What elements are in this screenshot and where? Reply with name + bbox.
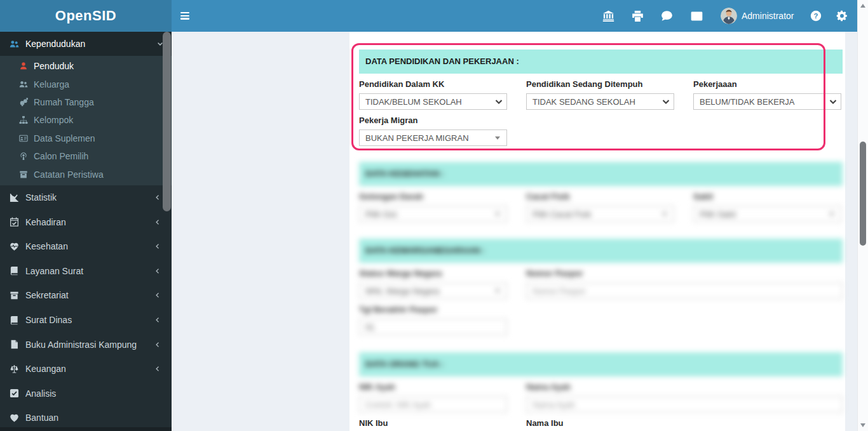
triangle-down-icon	[495, 213, 500, 216]
chevron-left-icon	[154, 242, 161, 250]
sidebar-item-surat-dinas[interactable]: Surat Dinas	[0, 308, 172, 333]
gear-icon[interactable]	[836, 10, 848, 22]
chevron-down-icon	[494, 96, 504, 107]
field-nama-ibu: Nama Ibu	[526, 413, 843, 431]
nomor-paspor-input[interactable]	[526, 282, 843, 299]
field-label: Pekerja Migran	[359, 116, 507, 125]
chevron-left-icon	[154, 291, 161, 299]
top-navbar: OpenSID Administrator ?	[0, 0, 857, 32]
select-value: TIDAK SEDANG SEKOLAH	[532, 97, 635, 107]
sidebar-item-label: Keluarga	[34, 79, 69, 90]
warga-negara-select[interactable]: WNI, Warga Negara	[359, 282, 507, 299]
sidebar-item-kehadiran[interactable]: Kehadiran	[0, 209, 172, 234]
sidebar-item-keluarga[interactable]: Keluarga	[0, 75, 172, 93]
question-circle-icon[interactable]: ?	[810, 10, 822, 22]
sidebar-item-rumah-tangga[interactable]: Rumah Tangga	[0, 93, 172, 111]
sidebar-item-calon-pemilih[interactable]: Calon Pemilih	[0, 147, 172, 165]
sidebar-item-bantuan[interactable]: Bantuan	[0, 406, 172, 430]
sidebar-group-label: Kependudukan	[25, 39, 85, 49]
printer-icon[interactable]	[632, 10, 644, 22]
page-scrollbar-thumb[interactable]	[860, 142, 866, 246]
chat-icon[interactable]	[661, 10, 673, 22]
line-chart-icon	[10, 193, 19, 202]
sidebar-item-buku-administrasi-kampung[interactable]: Buku Administrasi Kampung	[0, 332, 172, 357]
sidebar-item-label: Penduduk	[34, 61, 74, 71]
sidebar-item-label: Catatan Peristiwa	[34, 169, 104, 180]
sidebar-item-label: Kehadiran	[25, 217, 66, 227]
sidebar-item-label: Surat Dinas	[25, 315, 72, 325]
triangle-down-icon	[662, 213, 667, 216]
sidebar-item-label: Keuangan	[25, 364, 66, 374]
sidebar-item-label: Calon Pemilih	[34, 151, 88, 161]
user-name[interactable]: Administrator	[742, 0, 794, 32]
sidebar-item-penduduk[interactable]: Penduduk	[0, 57, 172, 75]
sidebar-item-kesehatan[interactable]: Kesehatan	[0, 234, 172, 259]
sidebar-item-kelompok[interactable]: Kelompok	[0, 111, 172, 129]
section-data-pendidikan: DATA PENDIDIKAN DAN PEKERJAAN : Pendidik…	[359, 50, 843, 146]
field-golongan-darah: Golongan Darah Pilih Gol.	[359, 186, 507, 222]
field-nama-ayah: Nama Ayah	[526, 376, 843, 413]
sidebar-item-layanan-surat[interactable]: Layanan Surat	[0, 259, 172, 284]
select-value: BUKAN PEKERJA MIGRAN	[365, 133, 469, 143]
pendidikan-sedang-select[interactable]: TIDAK SEDANG SEKOLAH	[526, 93, 674, 110]
scroll-up-arrow-icon[interactable]	[860, 4, 865, 8]
field-warga-negara: Status Warga Negara WNI, Warga Negara	[359, 263, 507, 299]
field-label: Pendidikan Sedang Ditempuh	[526, 79, 674, 89]
sidebar: Kependudukan Penduduk Keluarga Rumah Tan…	[0, 32, 172, 431]
id-card-icon	[19, 134, 28, 143]
user-icon	[19, 62, 28, 70]
sidebar-item-analisis[interactable]: Analisis	[0, 381, 172, 406]
field-pekerja-migran: Pekerja Migran BUKAN PEKERJA MIGRAN	[359, 110, 507, 146]
sidebar-item-kependudukan[interactable]: Kependudukan	[0, 32, 172, 56]
sidebar-item-label: Buku Administrasi Kampung	[25, 340, 137, 350]
heart-icon	[10, 413, 19, 423]
pekerja-migran-select[interactable]: BUKAN PEKERJA MIGRAN	[359, 129, 507, 146]
tgl-paspor-input[interactable]	[359, 319, 507, 335]
hamburger-icon[interactable]	[180, 12, 189, 20]
bank-icon[interactable]	[602, 10, 614, 22]
sidebar-item-label: Kesehatan	[25, 241, 68, 251]
mail-icon[interactable]	[691, 10, 703, 22]
section-header: DATA ORANG TUA :	[359, 352, 843, 376]
form-card: DATA PENDIDIKAN DAN PEKERJAAN : Pendidik…	[349, 32, 845, 431]
sidebar-item-catatan-peristiwa[interactable]: Catatan Peristiwa	[0, 165, 172, 183]
sidebar-item-label: Layanan Surat	[25, 266, 83, 276]
nik-ayah-input[interactable]	[359, 396, 507, 413]
select-value: TIDAK/BELUM SEKOLAH	[365, 97, 462, 107]
section-data-orang-tua: DATA ORANG TUA : NIK Ayah Nama Ayah NIK …	[359, 352, 843, 431]
page-scrollbar[interactable]	[857, 0, 868, 431]
sidebar-item-data-suplemen[interactable]: Data Suplemen	[0, 129, 172, 147]
select-value: Pilih Sakit	[700, 209, 736, 219]
sidebar-item-sekretariat[interactable]: Sekretariat	[0, 283, 172, 308]
cacat-select[interactable]: Pilih Cacat Fisik	[526, 206, 674, 222]
sidebar-next-item-edge	[0, 427, 172, 431]
field-nomor-paspor: Nomor Paspor	[526, 263, 843, 299]
field-label: Cacat Fisik	[526, 192, 674, 201]
sidebar-item-statistik[interactable]: Statistik	[0, 185, 172, 210]
sidebar-item-label: Data Suplemen	[34, 133, 95, 143]
field-label: Status Warga Negara	[359, 269, 507, 278]
triangle-down-icon	[495, 289, 500, 293]
sakit-select[interactable]: Pilih Sakit	[693, 206, 841, 222]
nama-ayah-input[interactable]	[526, 396, 843, 413]
sidebar-item-label: Statistik	[25, 192, 57, 202]
users-icon	[19, 80, 28, 89]
scroll-down-arrow-icon[interactable]	[860, 423, 865, 427]
triangle-down-icon	[495, 136, 500, 140]
golongan-darah-select[interactable]: Pilih Gol.	[359, 206, 507, 222]
avatar[interactable]	[721, 8, 737, 24]
sidebar-scrollbar-thumb[interactable]	[163, 32, 171, 211]
section-header: DATA KESEHATAN :	[359, 162, 843, 186]
chevron-left-icon	[154, 316, 161, 324]
pekerjaan-select[interactable]: BELUM/TIDAK BEKERJA	[693, 93, 841, 110]
calendar-check-icon	[10, 217, 19, 227]
sidebar-item-label: Sekretariat	[25, 290, 69, 300]
pendidikan-dalam-kk-select[interactable]: TIDAK/BELUM SEKOLAH	[359, 93, 507, 110]
check-square-icon	[10, 388, 19, 398]
content-area: DATA PENDIDIKAN DAN PEKERJAAN : Pendidik…	[172, 32, 857, 431]
app-logo[interactable]: OpenSID	[0, 0, 172, 32]
sidebar-item-keuangan[interactable]: Keuangan	[0, 357, 172, 381]
book-icon	[10, 315, 19, 325]
sitemap-icon	[19, 116, 28, 124]
section-data-kewarganegaraan-blurred: DATA KEWARGANEGARAAN : Status Warga Nega…	[359, 239, 843, 335]
